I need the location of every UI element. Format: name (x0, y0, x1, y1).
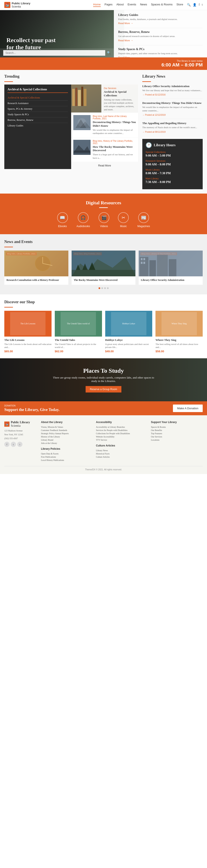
footer-about-1[interactable]: Vision, Mission & Values (41, 425, 93, 429)
footer-brand: 📚 Public Library Scientia 123 Madison Av… (4, 421, 37, 462)
shop-desc-1: The Life Lessons is the book about self … (4, 343, 52, 349)
footer-about-6[interactable]: Jobs at the Library (41, 441, 93, 445)
footer-about-5[interactable]: Library Brand (41, 438, 93, 441)
search-submit-icon[interactable]: 🔍 (107, 51, 111, 55)
footer-about-4[interactable]: History of the Library (41, 435, 93, 438)
trending-cat-5[interactable]: Borrow, Reserve, Renew (7, 117, 68, 123)
guide-desc-1: Find books, media, databases, e-journals… (118, 18, 203, 21)
book-cover-2[interactable]: The Untold Tales world of (55, 311, 102, 337)
footer-address-2: New York, NY 12345 (4, 433, 37, 436)
news-events-grid: Blog Intro, Library Portfolio, 2021 Rese… (4, 251, 203, 285)
footer-about-2[interactable]: Customer Feedback Standards (41, 429, 93, 432)
twitter-icon[interactable]: t (202, 3, 203, 7)
logo-icon: 📚 (4, 2, 10, 8)
footer-access-2[interactable]: Services for People with Disabilities (96, 429, 148, 432)
dr-ebooks[interactable]: 📖 Ebooks (57, 212, 68, 228)
book-cover-3[interactable]: Hobbye Lobye (105, 311, 152, 337)
logo[interactable]: 📚 Public Library Scientia (4, 2, 30, 8)
svg-rect-22 (72, 270, 136, 276)
footer-support-5[interactable]: Locations (151, 438, 203, 441)
study-cta-button[interactable]: Reserve a Group Room (86, 386, 122, 393)
dr-music[interactable]: ✂ Music (118, 212, 129, 228)
donation-banner: Donation Support the Library, Give Today… (0, 401, 207, 415)
footer-col-culture-list: Library News Historical Facts Culture Ar… (96, 449, 148, 459)
guide-title-3: Study Spaces & PCs (118, 48, 203, 51)
trending-grid: Archival & Special Collections Archival … (4, 85, 138, 169)
footer-support-4[interactable]: Our Services (151, 435, 203, 438)
read-more-link[interactable]: Read More (98, 164, 111, 167)
nav-spaces[interactable]: Spaces & Rooms (151, 3, 173, 7)
dot-1[interactable] (99, 287, 100, 289)
footer-culture-2[interactable]: Historical Facts (96, 452, 148, 455)
footer-policy-2[interactable]: Free Publications (41, 455, 93, 459)
footer-policy-3[interactable]: Local History Publications (41, 459, 93, 462)
ne-card-1: Blog Intro, Library Portfolio, 2021 Rese… (4, 251, 68, 285)
footer-culture-3[interactable]: Culture Articles (96, 455, 148, 459)
trending-cat-1[interactable]: Archival & Special Collections (7, 95, 68, 101)
carousel-dots (4, 287, 203, 289)
shop-desc-2: The Untold Tales is all about projects i… (55, 343, 102, 349)
trending-item-2: Blog Intro, History of The Library Portf… (71, 137, 138, 162)
guide-readmore-1[interactable]: Read More (118, 22, 133, 25)
news-date-2: → Posted at 12/12/2019 (142, 114, 165, 116)
guide-readmore-2[interactable]: Read More (118, 39, 133, 42)
dr-videos[interactable]: 🎬 Videos (99, 212, 109, 228)
nav-events[interactable]: Events (128, 3, 136, 7)
user-icon[interactable]: 👤 (193, 3, 197, 7)
trending-cat-3[interactable]: Spaces, PCs & Atterney (7, 106, 68, 112)
footer-culture-1[interactable]: Library News (96, 449, 148, 452)
donate-button[interactable]: Make A Donation (173, 405, 203, 412)
donation-headline: Support the Library, Give Today. (4, 407, 59, 412)
ne-body-2: The Rocky Mountains Were Discovered (72, 276, 136, 285)
nav-pages[interactable]: Pages (105, 3, 112, 7)
guide-readmore-3[interactable]: Read More (118, 56, 133, 57)
hero-search-bar: 🔍 (0, 49, 114, 57)
footer-support-2[interactable]: Our Benefits (151, 429, 203, 432)
news-divider (142, 81, 151, 82)
donation-text-group: Donation Support the Library, Give Today… (4, 405, 59, 412)
trending-cat-4[interactable]: Study Spaces & PCs (7, 112, 68, 117)
book-cover-1[interactable]: The Life Lessons (4, 311, 52, 337)
footer-support-1[interactable]: Spaces & Rooms (151, 425, 203, 429)
book-text-2: The Untold Tales world of (66, 321, 91, 326)
nav-store[interactable]: Store (176, 3, 183, 7)
trending-featured-item: Our Services Archival & Special Collecti… (71, 85, 138, 113)
footer-col-culture-title: Culture Articles (96, 444, 148, 447)
dot-2[interactable] (101, 287, 103, 289)
nav-news[interactable]: News (140, 3, 147, 7)
magazines-icon: 📰 (138, 212, 149, 223)
trending-cat-2[interactable]: Research Assistance (7, 101, 68, 106)
footer-about-3[interactable]: Strategic Policy Annual Reports (41, 432, 93, 435)
instagram-social-icon[interactable]: i (17, 442, 22, 447)
footer-support-3[interactable]: Top Features (151, 432, 203, 435)
footer-access-1[interactable]: Accessibility at Library Branches (96, 425, 148, 429)
trending-title: Trending (4, 74, 138, 79)
dr-magazines[interactable]: 📰 Magazines (137, 212, 150, 228)
shop-grid: The Life Lessons The Life Lessons The Li… (4, 311, 203, 353)
nav-home[interactable]: Home (93, 3, 101, 7)
footer-access-3[interactable]: Collections for People with Disabilities (96, 432, 148, 435)
guide-item-1: Library Guides Find books, media, databa… (118, 13, 203, 28)
footer-access-5[interactable]: TTY Service (96, 438, 148, 441)
trending-cat-6[interactable]: Library Guides (7, 123, 68, 128)
facebook-social-icon[interactable]: f (4, 442, 9, 447)
dot-3[interactable] (104, 287, 106, 289)
twitter-social-icon[interactable]: t (11, 442, 16, 447)
dept-name-4: Main Library (146, 177, 200, 180)
search-input[interactable] (3, 50, 105, 56)
book-cover-4[interactable]: Where They Sing (155, 311, 203, 337)
hours-dept-1: Special Collections 9:00 AM – 5:00 PM (146, 151, 200, 157)
search-icon[interactable]: 🔍 (187, 3, 190, 7)
hours-card-title: Library Hours (154, 143, 176, 147)
nav-about[interactable]: About (117, 3, 124, 7)
facebook-icon[interactable]: f (199, 3, 200, 7)
ne-card-2: Blog Intro, Blog Portfolio, 2021 The Roc… (72, 251, 136, 285)
footer-access-4[interactable]: Website Accessibility (96, 435, 148, 438)
dr-audiobooks[interactable]: 🎧 Audiobooks (77, 212, 90, 228)
shop-price-1: $65.00 (4, 350, 52, 353)
trending-sidebar-title: Archival & Special Collections (7, 88, 68, 93)
footer-policy-1[interactable]: Open Data & Facets (41, 452, 93, 455)
dot-4[interactable] (107, 287, 109, 289)
guide-desc-3: Deposit data, papers, and other resource… (118, 52, 203, 55)
ne-img-1: Blog Intro, Library Portfolio, 2021 (4, 251, 68, 276)
